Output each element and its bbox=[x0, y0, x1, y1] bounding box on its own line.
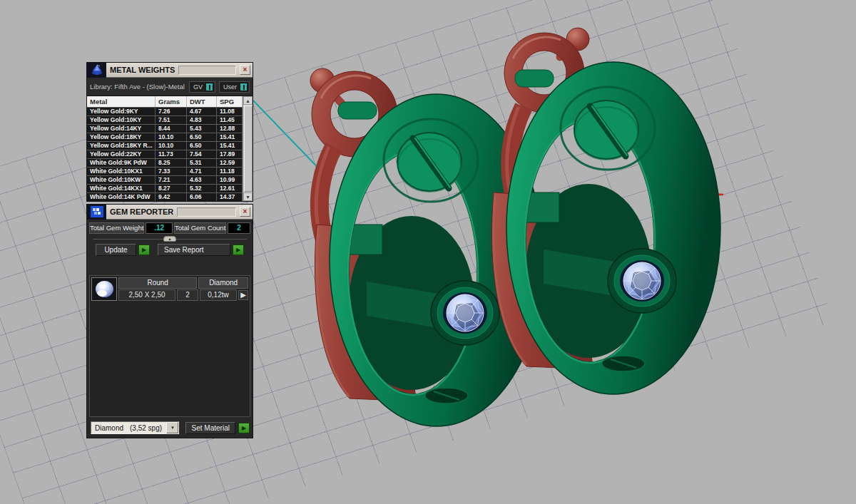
gem-reporter-icon bbox=[87, 205, 106, 220]
table-row[interactable]: White Gold:9K PdW8.255.3112.59 bbox=[87, 158, 253, 167]
panel-divider: ▲ bbox=[93, 235, 247, 242]
gem-reporter-close-icon[interactable]: × bbox=[240, 207, 250, 217]
total-gem-weight-label: Total Gem Weight bbox=[89, 222, 144, 234]
table-row[interactable]: White Gold:10KX17.334.7111.18 bbox=[87, 167, 253, 175]
scroll-up-icon[interactable]: ▲ bbox=[243, 96, 253, 105]
material-dropdown-name: Diamond bbox=[95, 424, 123, 432]
gem-size-value: 2,50 X 2,50 bbox=[118, 289, 175, 301]
total-gem-weight-value: .12 bbox=[146, 222, 173, 234]
gem-shape-header: Round bbox=[118, 277, 197, 289]
table-row[interactable]: Yellow Gold:22KY11.737.5417.89 bbox=[87, 150, 253, 158]
user-toggle-indicator bbox=[240, 83, 248, 91]
round-gem-icon bbox=[96, 281, 113, 297]
metal-weights-title: METAL WEIGHTS bbox=[106, 66, 175, 74]
user-toggle[interactable]: User bbox=[219, 81, 250, 93]
total-gem-count-value: 2 bbox=[228, 222, 250, 234]
material-dropdown-spg: (3,52 spg) bbox=[130, 424, 162, 432]
chevron-down-icon[interactable]: ▼ bbox=[166, 422, 178, 433]
total-gem-count-label: Total Gem Count bbox=[174, 222, 226, 234]
gv-toggle-indicator bbox=[205, 83, 213, 91]
table-scrollbar[interactable]: ▲ ▼ bbox=[243, 96, 253, 201]
gem-list-item[interactable]: Round Diamond 2,50 X 2,50 2 0,12tw ▶ bbox=[91, 277, 248, 301]
update-button[interactable]: Update bbox=[96, 244, 136, 256]
set-material-run-icon[interactable]: ▶ bbox=[238, 423, 250, 433]
gv-toggle[interactable]: GV bbox=[189, 81, 215, 93]
metal-weights-close-icon[interactable]: × bbox=[240, 65, 250, 75]
table-row[interactable]: White Gold:10KW7.214.6310.99 bbox=[87, 175, 253, 184]
metal-weights-gem-icon bbox=[87, 63, 106, 78]
metal-table-header: Metal Grams DWT SPG bbox=[87, 96, 253, 107]
gem-count-value: 2 bbox=[177, 289, 198, 301]
gem-material-header: Diamond bbox=[198, 277, 248, 289]
gem-weight-value: 0,12tw bbox=[200, 289, 237, 301]
application-window: METAL WEIGHTS × Library: Fifth Ave - (Sl… bbox=[0, 0, 856, 504]
collapse-arrow-icon[interactable]: ▲ bbox=[163, 236, 176, 242]
material-dropdown[interactable]: Diamond (3,52 spg) ▼ bbox=[91, 421, 179, 434]
save-report-button[interactable]: Save Report bbox=[158, 244, 230, 256]
gem-thumbnail bbox=[91, 277, 117, 301]
table-row[interactable]: White Gold:14KX18.275.3212.61 bbox=[87, 184, 253, 192]
scrollbar-thumb[interactable] bbox=[244, 106, 253, 192]
metal-weights-panel: METAL WEIGHTS × Library: Fifth Ave - (Sl… bbox=[87, 63, 253, 201]
metal-weights-titlebar[interactable]: METAL WEIGHTS × bbox=[87, 63, 253, 78]
table-row[interactable]: Yellow Gold:18KY R...10.106.5015.41 bbox=[87, 141, 253, 150]
metal-table: Metal Grams DWT SPG Yellow Gold:9KY7.264… bbox=[87, 96, 253, 201]
titlebar-recess bbox=[178, 66, 236, 75]
set-material-button[interactable]: Set Material bbox=[185, 422, 235, 434]
titlebar-recess bbox=[177, 207, 236, 217]
gem-reporter-titlebar[interactable]: GEM REPORTER × bbox=[87, 205, 253, 220]
update-run-icon[interactable]: ▶ bbox=[138, 245, 150, 255]
table-row[interactable]: Yellow Gold:9KY7.264.6711.08 bbox=[87, 107, 253, 115]
gem-row-run-icon[interactable]: ▶ bbox=[238, 290, 248, 300]
table-row[interactable]: Yellow Gold:18KY10.106.5015.41 bbox=[87, 133, 253, 141]
metal-library-label: Library: Fifth Ave - (Slow)-Metal bbox=[90, 83, 185, 91]
save-report-run-icon[interactable]: ▶ bbox=[233, 245, 244, 255]
gem-reporter-title: GEM REPORTER bbox=[106, 207, 173, 216]
table-row[interactable]: White Gold:14K PdW9.426.0614.37 bbox=[87, 192, 253, 201]
gem-list: Round Diamond 2,50 X 2,50 2 0,12tw ▶ bbox=[89, 275, 250, 417]
scroll-down-icon[interactable]: ▼ bbox=[243, 192, 253, 201]
table-row[interactable]: Yellow Gold:10KY7.514.8311.45 bbox=[87, 115, 253, 124]
table-row[interactable]: Yellow Gold:14KY8.445.4312.88 bbox=[87, 124, 253, 133]
gem-reporter-panel: GEM REPORTER × Total Gem Weight .12 Tota… bbox=[87, 205, 253, 438]
